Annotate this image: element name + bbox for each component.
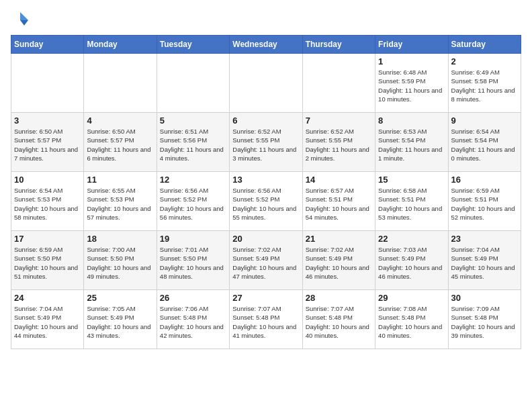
day-info: Sunrise: 6:50 AM Sunset: 5:57 PM Dayligh… [87, 127, 153, 163]
weekday-header: Friday [375, 36, 448, 54]
day-number: 14 [306, 175, 372, 185]
svg-marker-0 [20, 12, 28, 20]
calendar-day-cell: 30Sunrise: 7:09 AM Sunset: 5:48 PM Dayli… [448, 290, 521, 349]
calendar-day-cell: 23Sunrise: 7:04 AM Sunset: 5:49 PM Dayli… [448, 231, 521, 290]
day-number: 13 [232, 175, 299, 185]
day-info: Sunrise: 6:58 AM Sunset: 5:51 PM Dayligh… [378, 186, 445, 222]
day-number: 27 [232, 293, 299, 303]
calendar-day-cell: 14Sunrise: 6:57 AM Sunset: 5:51 PM Dayli… [302, 172, 375, 231]
day-info: Sunrise: 7:02 AM Sunset: 5:49 PM Dayligh… [306, 245, 372, 281]
day-info: Sunrise: 6:52 AM Sunset: 5:55 PM Dayligh… [306, 127, 372, 163]
day-number: 15 [378, 175, 445, 185]
day-number: 9 [451, 116, 518, 126]
day-info: Sunrise: 6:56 AM Sunset: 5:52 PM Dayligh… [232, 186, 299, 222]
day-info: Sunrise: 6:59 AM Sunset: 5:51 PM Dayligh… [451, 186, 518, 222]
calendar-day-cell: 1Sunrise: 6:48 AM Sunset: 5:59 PM Daylig… [375, 54, 448, 113]
calendar-week-row: 24Sunrise: 7:04 AM Sunset: 5:49 PM Dayli… [11, 290, 521, 349]
calendar-week-row: 17Sunrise: 6:59 AM Sunset: 5:50 PM Dayli… [11, 231, 521, 290]
calendar-week-row: 3Sunrise: 6:50 AM Sunset: 5:57 PM Daylig… [11, 113, 521, 172]
day-info: Sunrise: 6:51 AM Sunset: 5:56 PM Dayligh… [160, 127, 226, 163]
calendar-day-cell: 24Sunrise: 7:04 AM Sunset: 5:49 PM Dayli… [11, 290, 84, 349]
weekday-header: Wednesday [230, 36, 302, 54]
day-number: 8 [378, 116, 445, 126]
calendar-day-cell: 3Sunrise: 6:50 AM Sunset: 5:57 PM Daylig… [11, 113, 84, 172]
day-info: Sunrise: 6:53 AM Sunset: 5:54 PM Dayligh… [378, 127, 445, 163]
day-info: Sunrise: 7:04 AM Sunset: 5:49 PM Dayligh… [451, 245, 518, 281]
day-info: Sunrise: 7:07 AM Sunset: 5:48 PM Dayligh… [306, 304, 372, 340]
day-info: Sunrise: 7:01 AM Sunset: 5:50 PM Dayligh… [160, 245, 226, 281]
calendar-week-row: 10Sunrise: 6:54 AM Sunset: 5:53 PM Dayli… [11, 172, 521, 231]
calendar-day-cell [11, 54, 84, 113]
day-number: 12 [160, 175, 226, 185]
calendar-table: SundayMondayTuesdayWednesdayThursdayFrid… [11, 35, 521, 349]
weekday-header: Thursday [302, 36, 375, 54]
day-info: Sunrise: 6:57 AM Sunset: 5:51 PM Dayligh… [306, 186, 372, 222]
page-header [11, 11, 521, 30]
calendar-day-cell: 11Sunrise: 6:55 AM Sunset: 5:53 PM Dayli… [84, 172, 157, 231]
weekday-header: Saturday [448, 36, 521, 54]
calendar-day-cell: 9Sunrise: 6:54 AM Sunset: 5:54 PM Daylig… [448, 113, 521, 172]
day-number: 6 [232, 116, 299, 126]
day-info: Sunrise: 7:08 AM Sunset: 5:48 PM Dayligh… [378, 304, 445, 340]
calendar-day-cell: 17Sunrise: 6:59 AM Sunset: 5:50 PM Dayli… [11, 231, 84, 290]
day-info: Sunrise: 7:06 AM Sunset: 5:48 PM Dayligh… [160, 304, 226, 340]
day-info: Sunrise: 7:07 AM Sunset: 5:48 PM Dayligh… [232, 304, 299, 340]
calendar-day-cell: 26Sunrise: 7:06 AM Sunset: 5:48 PM Dayli… [157, 290, 229, 349]
day-number: 29 [378, 293, 445, 303]
day-info: Sunrise: 6:59 AM Sunset: 5:50 PM Dayligh… [14, 245, 81, 281]
day-number: 24 [14, 293, 81, 303]
day-number: 5 [160, 116, 226, 126]
day-info: Sunrise: 6:52 AM Sunset: 5:55 PM Dayligh… [232, 127, 299, 163]
calendar-day-cell: 29Sunrise: 7:08 AM Sunset: 5:48 PM Dayli… [375, 290, 448, 349]
calendar-day-cell [157, 54, 229, 113]
calendar-day-cell: 13Sunrise: 6:56 AM Sunset: 5:52 PM Dayli… [230, 172, 302, 231]
calendar-day-cell: 2Sunrise: 6:49 AM Sunset: 5:58 PM Daylig… [448, 54, 521, 113]
calendar-day-cell: 10Sunrise: 6:54 AM Sunset: 5:53 PM Dayli… [11, 172, 84, 231]
day-number: 17 [14, 234, 81, 244]
day-number: 10 [14, 175, 81, 185]
svg-marker-1 [20, 20, 28, 26]
day-info: Sunrise: 6:56 AM Sunset: 5:52 PM Dayligh… [160, 186, 226, 222]
weekday-header: Tuesday [157, 36, 229, 54]
day-number: 18 [87, 234, 153, 244]
weekday-header: Monday [84, 36, 157, 54]
day-number: 3 [14, 116, 81, 126]
day-number: 4 [87, 116, 153, 126]
day-info: Sunrise: 7:02 AM Sunset: 5:49 PM Dayligh… [232, 245, 299, 281]
day-number: 2 [451, 56, 518, 66]
day-number: 30 [451, 293, 518, 303]
day-info: Sunrise: 7:09 AM Sunset: 5:48 PM Dayligh… [451, 304, 518, 340]
calendar-day-cell: 22Sunrise: 7:03 AM Sunset: 5:49 PM Dayli… [375, 231, 448, 290]
day-number: 22 [378, 234, 445, 244]
day-number: 20 [232, 234, 299, 244]
calendar-day-cell: 18Sunrise: 7:00 AM Sunset: 5:50 PM Dayli… [84, 231, 157, 290]
calendar-day-cell: 15Sunrise: 6:58 AM Sunset: 5:51 PM Dayli… [375, 172, 448, 231]
calendar-day-cell [84, 54, 157, 113]
day-number: 23 [451, 234, 518, 244]
day-number: 1 [378, 56, 445, 66]
calendar-day-cell: 27Sunrise: 7:07 AM Sunset: 5:48 PM Dayli… [230, 290, 302, 349]
calendar-header-row: SundayMondayTuesdayWednesdayThursdayFrid… [11, 36, 521, 54]
calendar-day-cell: 25Sunrise: 7:05 AM Sunset: 5:49 PM Dayli… [84, 290, 157, 349]
day-info: Sunrise: 6:50 AM Sunset: 5:57 PM Dayligh… [14, 127, 81, 163]
day-info: Sunrise: 7:03 AM Sunset: 5:49 PM Dayligh… [378, 245, 445, 281]
day-info: Sunrise: 7:00 AM Sunset: 5:50 PM Dayligh… [87, 245, 153, 281]
calendar-day-cell: 21Sunrise: 7:02 AM Sunset: 5:49 PM Dayli… [302, 231, 375, 290]
calendar-day-cell: 28Sunrise: 7:07 AM Sunset: 5:48 PM Dayli… [302, 290, 375, 349]
calendar-day-cell: 4Sunrise: 6:50 AM Sunset: 5:57 PM Daylig… [84, 113, 157, 172]
day-info: Sunrise: 6:54 AM Sunset: 5:54 PM Dayligh… [451, 127, 518, 163]
day-info: Sunrise: 7:04 AM Sunset: 5:49 PM Dayligh… [14, 304, 81, 340]
weekday-header: Sunday [11, 36, 84, 54]
calendar-day-cell: 8Sunrise: 6:53 AM Sunset: 5:54 PM Daylig… [375, 113, 448, 172]
day-number: 25 [87, 293, 153, 303]
calendar-day-cell: 20Sunrise: 7:02 AM Sunset: 5:49 PM Dayli… [230, 231, 302, 290]
day-number: 7 [306, 116, 372, 126]
day-number: 21 [306, 234, 372, 244]
calendar-week-row: 1Sunrise: 6:48 AM Sunset: 5:59 PM Daylig… [11, 54, 521, 113]
calendar-day-cell: 6Sunrise: 6:52 AM Sunset: 5:55 PM Daylig… [230, 113, 302, 172]
day-number: 19 [160, 234, 226, 244]
day-number: 28 [306, 293, 372, 303]
day-info: Sunrise: 7:05 AM Sunset: 5:49 PM Dayligh… [87, 304, 153, 340]
calendar-day-cell [302, 54, 375, 113]
day-info: Sunrise: 6:54 AM Sunset: 5:53 PM Dayligh… [14, 186, 81, 222]
